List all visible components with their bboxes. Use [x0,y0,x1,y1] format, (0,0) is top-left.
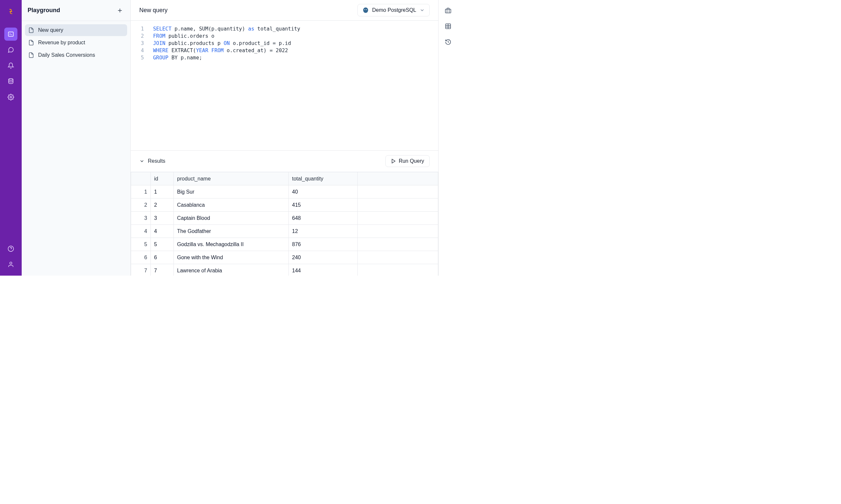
cell-total-quantity: 240 [289,251,358,264]
cell-rownum: 7 [131,264,151,276]
cell-empty [358,238,438,251]
svg-point-2 [10,96,12,98]
svg-marker-11 [392,159,395,163]
results-col-rownum [131,172,151,185]
right-rail [438,0,457,276]
postgres-icon [362,7,369,14]
svg-point-8 [363,7,368,13]
chevron-down-icon [139,159,144,164]
main: New query Demo PostgreSQL 12345 SELECT p… [131,0,438,276]
file-icon [28,40,34,46]
table-row[interactable]: 3 3 Captain Blood 648 [131,212,438,225]
sidebar-item[interactable]: Daily Sales Conversions [25,49,127,61]
sql-editor[interactable]: 12345 SELECT p.name, SUM(p.quantity) as … [131,21,438,150]
svg-point-1 [8,79,13,80]
main-header: New query Demo PostgreSQL [131,0,438,21]
cell-product-name: Casablanca [174,199,289,212]
cell-rownum: 5 [131,238,151,251]
results-col-id[interactable]: id [151,172,174,185]
svg-rect-0 [8,32,14,36]
cell-empty [358,199,438,212]
table-row[interactable]: 6 6 Gone with the Wind 240 [131,251,438,264]
new-query-button[interactable] [115,6,124,15]
cell-total-quantity: 415 [289,199,358,212]
cell-id: 6 [151,251,174,264]
cell-product-name: Lawrence of Arabia [174,264,289,276]
table-row[interactable]: 7 7 Lawrence of Arabia 144 [131,264,438,276]
cell-total-quantity: 876 [289,238,358,251]
cell-id: 4 [151,225,174,238]
database-selector-label: Demo PostgreSQL [372,7,416,13]
cell-rownum: 4 [131,225,151,238]
cell-id: 2 [151,199,174,212]
file-icon [28,27,34,33]
sidebar-item-label: Revenue by product [38,40,85,46]
sidebar-header: Playground [22,0,131,21]
cell-id: 3 [151,212,174,225]
rail-history[interactable] [444,38,452,46]
cell-product-name: Godzilla vs. Mechagodzilla II [174,238,289,251]
chevron-down-icon [419,7,425,13]
nav-account[interactable] [4,258,17,271]
results-col-total-quantity[interactable]: total_quantity [289,172,358,185]
cell-empty [358,251,438,264]
results-label: Results [148,158,165,164]
editor-code[interactable]: SELECT p.name, SUM(p.quantity) as total_… [147,25,300,150]
cell-product-name: Big Sur [174,185,289,199]
table-row[interactable]: 2 2 Casablanca 415 [131,199,438,212]
results-table: id product_name total_quantity 1 1 Big S… [131,172,438,276]
nav-help[interactable] [4,242,17,255]
file-icon [28,52,34,58]
cell-rownum: 3 [131,212,151,225]
cell-product-name: Gone with the Wind [174,251,289,264]
table-row[interactable]: 1 1 Big Sur 40 [131,185,438,199]
cell-rownum: 6 [131,251,151,264]
play-icon [391,159,396,164]
results-col-product-name[interactable]: product_name [174,172,289,185]
svg-point-10 [366,9,367,10]
cell-empty [358,212,438,225]
cell-rownum: 1 [131,185,151,199]
svg-point-5 [10,262,12,265]
nav-playground[interactable] [4,28,17,41]
editor-gutter: 12345 [131,25,147,150]
cell-rownum: 2 [131,199,151,212]
cell-total-quantity: 144 [289,264,358,276]
nav-database[interactable] [4,75,17,88]
nav-alerts[interactable] [4,59,17,72]
sidebar-title: Playground [28,7,60,14]
app-logo [6,6,16,16]
results-table-wrap: id product_name total_quantity 1 1 Big S… [131,172,438,276]
svg-rect-12 [445,9,451,13]
cell-empty [358,225,438,238]
results-toggle[interactable]: Results [139,158,165,164]
nav-chat[interactable] [4,43,17,56]
svg-point-9 [364,9,365,10]
sidebar: Playground New query Revenue by product … [22,0,131,276]
sidebar-item[interactable]: Revenue by product [25,37,127,49]
cell-total-quantity: 648 [289,212,358,225]
cell-total-quantity: 12 [289,225,358,238]
table-row[interactable]: 5 5 Godzilla vs. Mechagodzilla II 876 [131,238,438,251]
cell-empty [358,264,438,276]
sidebar-item[interactable]: New query [25,24,127,36]
cell-product-name: Captain Blood [174,212,289,225]
page-title: New query [139,7,168,14]
database-selector[interactable]: Demo PostgreSQL [357,4,430,16]
rail-table[interactable] [444,22,452,30]
sidebar-list: New query Revenue by product Daily Sales… [22,21,131,64]
cell-id: 5 [151,238,174,251]
cell-id: 7 [151,264,174,276]
table-row[interactable]: 4 4 The Godfather 12 [131,225,438,238]
cell-total-quantity: 40 [289,185,358,199]
cell-product-name: The Godfather [174,225,289,238]
sidebar-item-label: New query [38,27,63,33]
sidebar-item-label: Daily Sales Conversions [38,52,95,58]
run-query-label: Run Query [399,158,424,164]
run-query-button[interactable]: Run Query [385,155,430,167]
results-bar: Results Run Query [131,150,438,172]
cell-empty [358,185,438,199]
nav-settings[interactable] [4,91,17,104]
nav-rail [0,0,22,276]
rail-briefcase[interactable] [444,6,452,15]
